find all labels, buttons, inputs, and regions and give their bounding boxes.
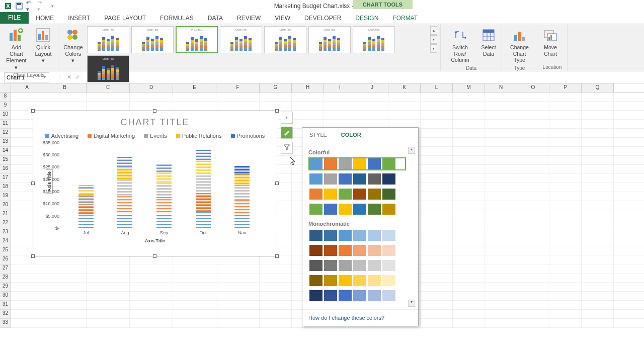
color-scheme-row[interactable]	[308, 244, 406, 257]
cell[interactable]	[582, 102, 614, 110]
cell[interactable]	[260, 274, 292, 282]
row-header[interactable]: 17	[0, 174, 11, 183]
row-header[interactable]: 8	[0, 93, 11, 102]
cell[interactable]	[517, 292, 549, 300]
cell[interactable]	[549, 156, 582, 164]
chart-title[interactable]: CHART TITLE	[33, 111, 277, 131]
cell[interactable]	[582, 237, 614, 246]
cell[interactable]	[582, 228, 614, 237]
cell[interactable]	[453, 93, 485, 101]
cell[interactable]	[173, 292, 216, 300]
cell[interactable]	[130, 264, 173, 273]
data-bar[interactable]	[156, 163, 172, 228]
cell[interactable]	[517, 237, 549, 246]
cell[interactable]	[43, 93, 87, 101]
cell[interactable]	[421, 264, 453, 273]
cell[interactable]	[485, 210, 517, 219]
cell[interactable]	[582, 138, 614, 146]
cell[interactable]	[549, 246, 582, 255]
cell[interactable]	[421, 120, 453, 128]
cell[interactable]	[549, 93, 582, 101]
cell[interactable]	[485, 301, 517, 309]
cell[interactable]	[517, 228, 549, 237]
cell[interactable]	[549, 228, 582, 237]
cell[interactable]	[549, 301, 582, 309]
cell[interactable]	[485, 228, 517, 237]
cell[interactable]	[517, 183, 549, 192]
chart-style-thumb[interactable]: Chart Title	[87, 55, 129, 82]
cell[interactable]	[582, 129, 614, 137]
styles-scroll-down-icon[interactable]: ▼	[430, 35, 437, 44]
cell[interactable]	[582, 310, 614, 318]
chart-style-thumb[interactable]: Chart Title	[176, 26, 218, 53]
cell[interactable]	[517, 174, 549, 183]
move-chart-button[interactable]: MoveChart	[540, 26, 560, 58]
cell[interactable]	[324, 102, 356, 110]
cell[interactable]	[453, 174, 485, 183]
cell[interactable]	[549, 210, 582, 219]
column-header[interactable]: F	[216, 83, 260, 92]
cell[interactable]	[324, 111, 356, 119]
cell[interactable]	[549, 102, 582, 110]
cell[interactable]	[485, 319, 517, 327]
x-axis-title[interactable]: Axis Title	[33, 235, 277, 243]
cell[interactable]	[216, 310, 260, 318]
cell[interactable]	[421, 156, 453, 164]
column-header[interactable]: E	[173, 83, 216, 92]
cell[interactable]	[87, 102, 130, 110]
cell[interactable]	[43, 292, 87, 300]
cell[interactable]	[130, 319, 173, 327]
cell[interactable]	[517, 210, 549, 219]
cell[interactable]	[485, 274, 517, 282]
cell[interactable]	[421, 93, 453, 101]
chart-style-thumb[interactable]: Chart Title	[308, 26, 351, 53]
cell[interactable]	[549, 201, 582, 210]
row-header[interactable]: 22	[0, 219, 11, 228]
cell[interactable]	[87, 283, 130, 291]
column-header[interactable]: J	[356, 83, 388, 92]
undo-icon[interactable]: ↶ ▾	[26, 2, 34, 10]
cell[interactable]	[421, 111, 453, 119]
cell[interactable]	[517, 192, 549, 201]
chart-style-thumb[interactable]: Chart Title	[353, 26, 395, 53]
color-scheme-row[interactable]	[308, 229, 406, 242]
cell[interactable]	[453, 255, 485, 264]
cell[interactable]	[582, 111, 614, 119]
cell[interactable]	[582, 283, 614, 291]
chart-styles-button[interactable]	[281, 127, 293, 139]
resize-handle[interactable]	[153, 109, 156, 113]
cell[interactable]	[485, 165, 517, 173]
switch-row-column-button[interactable]: Switch Row/Column	[444, 26, 476, 64]
name-box[interactable]: Chart 1 ▼	[4, 72, 49, 82]
cell[interactable]	[216, 102, 260, 110]
color-tab[interactable]: COLOR	[334, 128, 368, 142]
cell[interactable]	[453, 201, 485, 210]
legend-item[interactable]: Promotions	[231, 133, 265, 139]
cell[interactable]	[582, 147, 614, 155]
column-header[interactable]: K	[388, 83, 421, 92]
cell[interactable]	[216, 264, 260, 273]
cell[interactable]	[549, 219, 582, 228]
cell[interactable]	[11, 255, 43, 264]
select-all-cell[interactable]	[0, 83, 11, 92]
cell[interactable]	[453, 192, 485, 201]
cell[interactable]	[87, 274, 130, 282]
cell[interactable]	[173, 319, 216, 327]
cell[interactable]	[453, 264, 485, 273]
cell[interactable]	[421, 147, 453, 155]
cell[interactable]	[216, 283, 260, 291]
cell[interactable]	[87, 93, 130, 101]
cell[interactable]	[453, 129, 485, 137]
cell[interactable]	[11, 319, 43, 327]
cell[interactable]	[453, 319, 485, 327]
cell[interactable]	[173, 283, 216, 291]
cell[interactable]	[517, 310, 549, 318]
quick-layout-button[interactable]: QuickLayout ▾	[32, 26, 55, 65]
row-header[interactable]: 28	[0, 274, 11, 283]
resize-handle[interactable]	[31, 182, 35, 185]
cell[interactable]	[421, 292, 453, 300]
row-header[interactable]: 21	[0, 210, 11, 219]
cell[interactable]	[421, 201, 453, 210]
cell[interactable]	[421, 319, 453, 327]
cell[interactable]	[260, 93, 292, 101]
